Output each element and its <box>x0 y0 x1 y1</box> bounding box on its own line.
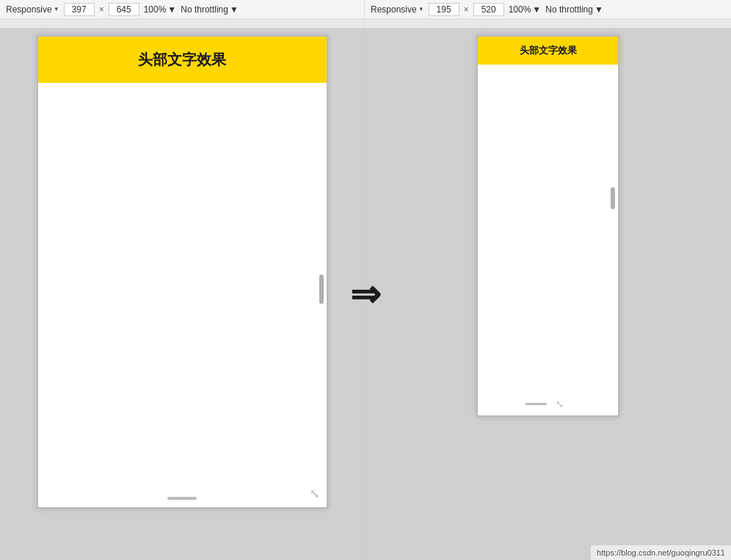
responsive-dropdown-right[interactable]: Responsive ▼ <box>371 4 424 15</box>
width-input-right[interactable] <box>429 3 459 16</box>
main-content: 头部文字效果 ⤡ ⇒ 头部文字效果 ⤡ <box>0 28 731 560</box>
responsive-arrow-right: ▼ <box>418 6 424 12</box>
responsive-arrow-left: ▼ <box>54 6 59 12</box>
right-device-bottom-scroll <box>525 403 547 405</box>
throttle-dropdown-right[interactable]: No throttling ▼ <box>545 4 603 15</box>
right-arrow-icon: ⇒ <box>350 276 381 313</box>
url-bar: https://blog.csdn.net/guoqingru0311 <box>591 545 731 560</box>
throttle-label-right: No throttling <box>545 4 593 15</box>
right-device-header-text: 头部文字效果 <box>520 45 577 56</box>
throttle-dropdown-left[interactable]: No throttling ▼ <box>181 4 239 15</box>
left-device-header-text: 头部文字效果 <box>138 51 226 68</box>
scrollbar-strip-right <box>365 19 731 28</box>
right-device-scrollbar[interactable] <box>611 187 615 209</box>
zoom-dropdown-left[interactable]: 100% ▼ <box>144 4 177 15</box>
right-device-header: 头部文字效果 <box>478 37 618 65</box>
zoom-label-right: 100% <box>509 4 531 15</box>
zoom-dropdown-right[interactable]: 100% ▼ <box>509 4 542 15</box>
zoom-arrow-right: ▼ <box>532 4 541 15</box>
responsive-label-right: Responsive <box>371 4 417 15</box>
throttle-arrow-left: ▼ <box>230 4 239 15</box>
height-input-right[interactable] <box>473 3 504 16</box>
left-device-bottom-scroll <box>167 497 197 500</box>
height-input-left[interactable] <box>109 3 139 16</box>
throttle-label-left: No throttling <box>181 4 228 15</box>
scrollbar-strip <box>0 19 731 28</box>
toolbar-right: Responsive ▼ × 100% ▼ No throttling ▼ <box>365 0 731 18</box>
throttle-arrow-right: ▼ <box>594 4 603 15</box>
width-input-left[interactable] <box>64 3 95 16</box>
toolbar-left: Responsive ▼ × 100% ▼ No throttling ▼ <box>0 0 365 18</box>
x-separator-right: × <box>464 4 469 15</box>
zoom-arrow-left: ▼ <box>167 4 176 15</box>
left-device-scrollbar[interactable] <box>319 274 324 304</box>
arrow-container: ⇒ <box>350 276 381 313</box>
panel-left: 头部文字效果 ⤡ <box>0 28 365 560</box>
scrollbar-strip-left <box>0 19 365 28</box>
x-separator-left: × <box>99 4 104 15</box>
panel-right: 头部文字效果 ⤡ https://blog.csdn.net/guoqingru… <box>365 28 731 560</box>
zoom-label-left: 100% <box>144 4 167 15</box>
device-frame-left: 头部文字效果 ⤡ <box>37 35 328 509</box>
responsive-label-left: Responsive <box>6 4 52 15</box>
device-frame-right: 头部文字效果 ⤡ <box>476 35 619 417</box>
right-device-resize-handle[interactable]: ⤡ <box>556 399 564 410</box>
left-device-resize-handle[interactable]: ⤡ <box>310 488 319 500</box>
responsive-dropdown-left[interactable]: Responsive ▼ <box>6 4 59 15</box>
url-text: https://blog.csdn.net/guoqingru0311 <box>597 548 725 557</box>
toolbars: Responsive ▼ × 100% ▼ No throttling ▼ Re… <box>0 0 731 19</box>
left-device-header: 头部文字效果 <box>38 37 327 83</box>
